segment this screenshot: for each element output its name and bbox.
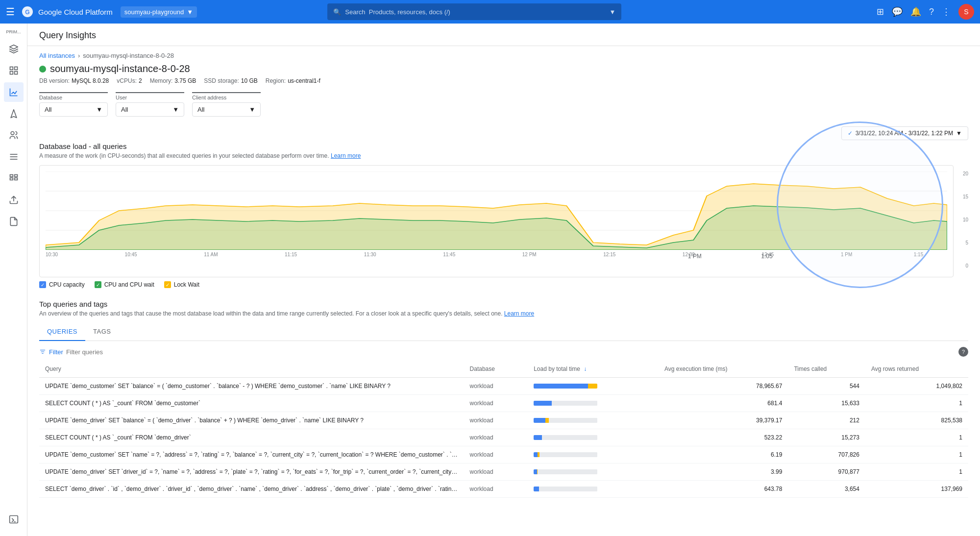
search-input[interactable] <box>345 8 605 16</box>
legend-cpu-wait-label: CPU and CPU wait <box>104 281 154 288</box>
sidebar-item-nav[interactable] <box>4 104 24 123</box>
queries-learn-more-link[interactable]: Learn more <box>504 310 534 317</box>
table-row[interactable]: SELECT `demo_driver` . `id` , `demo_driv… <box>39 481 968 498</box>
sidebar-item-report[interactable] <box>4 212 24 231</box>
sidebar-item-insights[interactable] <box>4 82 24 102</box>
sidebar-item-people[interactable] <box>4 125 24 145</box>
search-box[interactable]: 🔍 ▼ <box>327 3 621 20</box>
apps-icon[interactable]: ⊞ <box>877 6 884 17</box>
tab-queries[interactable]: QUERIES <box>39 323 85 341</box>
search-container: 🔍 ▼ <box>327 3 621 20</box>
search-expand-icon: ▼ <box>609 8 615 16</box>
brand-logo: G Google Cloud Platform <box>21 5 113 19</box>
cell-load-bar-4 <box>528 446 659 463</box>
sidebar: PRIM... <box>0 24 27 536</box>
col-load-by-total-time[interactable]: Load by total time ↓ <box>528 361 659 378</box>
list-icon <box>9 152 19 162</box>
time-label-6: 11 AM <box>204 252 218 257</box>
cell-avg-rows-3: 1 <box>865 429 968 446</box>
sidebar-item-upload[interactable] <box>4 190 24 210</box>
chart-main: 1 PM 1:05 10:3010:3510:4010:4510:5010:55… <box>39 165 954 288</box>
cell-times-called-3: 15,273 <box>788 429 865 446</box>
user-filter-select[interactable]: All ▼ <box>116 102 184 117</box>
user-avatar[interactable]: S <box>958 4 974 20</box>
settings-icon[interactable]: ⋮ <box>942 6 951 17</box>
cell-query-1: SELECT COUNT ( * ) AS `_count` FROM `dem… <box>39 395 464 412</box>
date-range-button[interactable]: ✓ 3/31/22, 10:24 AM - 3/31/22, 1:22 PM ▼ <box>841 126 968 140</box>
client-address-filter-label: Client address <box>192 92 261 100</box>
cell-database-2: workload <box>464 412 528 429</box>
legend-cpu-wait[interactable]: ✓ CPU and CPU wait <box>95 281 154 288</box>
table-help-icon[interactable]: ? <box>958 347 968 357</box>
table-row[interactable]: UPDATE `demo_customer` SET `balance` = (… <box>39 378 968 395</box>
sidebar-item-layers[interactable] <box>4 39 24 59</box>
y-label-15: 15 <box>963 194 968 199</box>
tab-tags[interactable]: TAGS <box>85 323 119 341</box>
cell-avg-rows-1: 1 <box>865 395 968 412</box>
table-row[interactable]: SELECT COUNT ( * ) AS `_count` FROM `dem… <box>39 395 968 412</box>
breadcrumb: All instances › soumyau-mysql-instance-8… <box>39 46 968 63</box>
chat-icon[interactable]: 💬 <box>892 6 903 17</box>
cell-avg-rows-4: 1 <box>865 446 968 463</box>
sidebar-item-dashboard[interactable] <box>4 61 24 80</box>
col-database: Database <box>464 361 528 378</box>
sidebar-item-list[interactable] <box>4 147 24 167</box>
bar-blue-4 <box>534 452 538 457</box>
project-name: soumyau-playground <box>124 8 184 16</box>
table-row[interactable]: UPDATE `demo_driver` SET `balance` = ( `… <box>39 412 968 429</box>
cell-times-called-1: 15,633 <box>788 395 865 412</box>
table-row[interactable]: SELECT COUNT ( * ) AS `_count` FROM `dem… <box>39 429 968 446</box>
people-icon <box>9 130 19 140</box>
cell-load-bar-0 <box>528 378 659 395</box>
sidebar-item-terminal[interactable] <box>4 510 24 529</box>
legend-lock-wait[interactable]: ✓ Lock Wait <box>164 281 199 288</box>
top-navigation: ☰ G Google Cloud Platform soumyau-playgr… <box>0 0 980 24</box>
filter-button[interactable]: Filter <box>39 348 148 356</box>
database-filter-value: All <box>45 106 51 113</box>
table-row[interactable]: UPDATE `demo_customer` SET `name` = ?, `… <box>39 446 968 463</box>
load-bar-5 <box>534 469 597 474</box>
svg-rect-4 <box>14 67 17 70</box>
filter-button-label: Filter <box>49 348 63 356</box>
cell-avg-exec-2: 39,379.17 <box>659 412 788 429</box>
chart-y-axis: 20 15 10 5 0 <box>954 165 968 288</box>
col-query: Query <box>39 361 464 378</box>
time-label-30: 1 PM <box>841 252 852 257</box>
sidebar-item-grid[interactable] <box>4 169 24 188</box>
load-bar-3 <box>534 435 597 440</box>
svg-point-7 <box>11 132 14 135</box>
instance-memory: Memory: 3.75 GB <box>150 77 196 84</box>
instance-region: Region: us-central1-f <box>266 77 320 84</box>
chart-legend: ✓ CPU capacity ✓ CPU and CPU wait <box>39 281 954 288</box>
client-address-filter-select[interactable]: All ▼ <box>192 102 261 117</box>
notifications-icon[interactable]: 🔔 <box>910 6 921 17</box>
sort-arrow-icon: ↓ <box>584 365 587 372</box>
legend-cpu-capacity[interactable]: ✓ CPU capacity <box>39 281 85 288</box>
cell-database-1: workload <box>464 395 528 412</box>
database-filter-select[interactable]: All ▼ <box>39 102 108 117</box>
instance-vcpus: vCPUs: 2 <box>117 77 142 84</box>
chart-container: 1 PM 1:05 10:3010:3510:4010:4510:5010:55… <box>39 165 954 277</box>
help-icon[interactable]: ? <box>929 7 934 17</box>
svg-rect-11 <box>10 175 13 177</box>
cell-avg-exec-4: 6.19 <box>659 446 788 463</box>
breadcrumb-all-instances[interactable]: All instances <box>39 52 75 59</box>
filter-queries-input[interactable] <box>66 348 148 356</box>
content-area: All instances › soumyau-mysql-instance-8… <box>27 46 980 510</box>
svg-rect-14 <box>14 178 17 180</box>
queries-table-body: UPDATE `demo_customer` SET `balance` = (… <box>39 378 968 498</box>
cell-database-0: workload <box>464 378 528 395</box>
queries-title: Top queries and tags <box>39 300 968 308</box>
svg-rect-15 <box>9 516 18 523</box>
user-filter-dropdown-icon: ▼ <box>172 106 179 113</box>
chart-learn-more-link[interactable]: Learn more <box>331 152 361 159</box>
filter-icon <box>39 348 46 355</box>
bar-empty-1 <box>552 401 598 406</box>
svg-rect-12 <box>14 175 17 177</box>
project-selector[interactable]: soumyau-playground ▼ <box>121 6 197 18</box>
time-label-3: 10:45 <box>125 252 137 257</box>
user-filter: User All ▼ <box>116 92 184 117</box>
chart-title: Database load - all queries <box>39 142 968 150</box>
menu-icon[interactable]: ☰ <box>6 6 15 18</box>
table-row[interactable]: UPDATE `demo_driver` SET `driver_id` = ?… <box>39 463 968 481</box>
